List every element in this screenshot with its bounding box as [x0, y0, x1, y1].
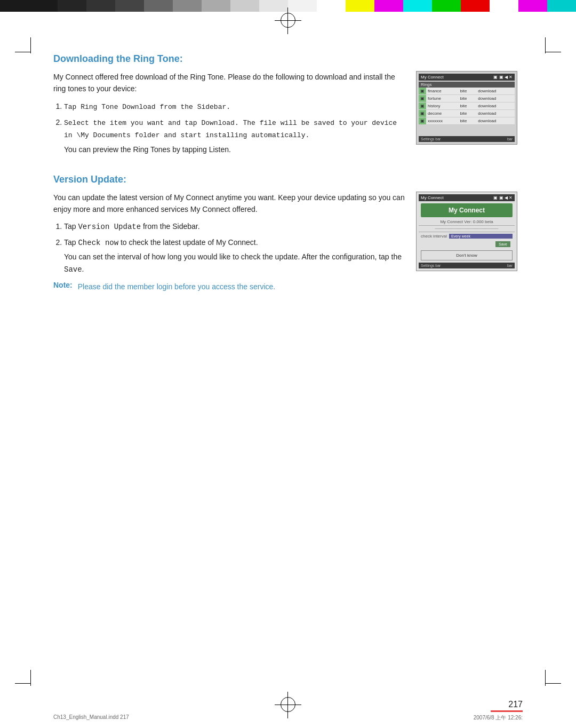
row-download: download: [476, 88, 515, 95]
section1-steps: Tap Ring Tone Download from the Sidebar.…: [64, 100, 405, 156]
mock-header-1: My Connect ▣ ▣ ◀ ✕: [419, 74, 515, 81]
crop-mark: [545, 37, 546, 53]
row-name: xxxxxxx: [426, 117, 459, 125]
note-block: Note: Please did the member login before…: [53, 281, 405, 292]
color-segment: [115, 0, 144, 12]
mock-device-2: My Connect ▣ ▣ ◀ ✕ My Connect My Connect…: [416, 192, 517, 293]
row-size: bite: [459, 117, 477, 125]
footer-right: 2007/6/8 上午 12:26:: [474, 714, 523, 722]
crop-mark: [15, 683, 31, 684]
footer-right-2: bar: [507, 264, 513, 267]
row-size: bite: [459, 102, 477, 110]
section2-intro: You can update the latest version of My …: [53, 192, 405, 216]
color-segment: [317, 0, 346, 12]
mock-connect-button: My Connect: [421, 203, 513, 217]
mock-title-bar: ─────────────────────: [419, 225, 515, 232]
section1-heading: Downloading the Ring Tone:: [53, 53, 517, 65]
color-segment: [518, 0, 547, 12]
step2-text: Tap Check now to check the latest update…: [64, 238, 258, 247]
mock-check-row: check interval Every week: [421, 234, 513, 239]
row-icon: ▣: [419, 95, 426, 102]
registration-mark-circle: [281, 697, 295, 712]
row-download: download: [476, 117, 515, 125]
section1-intro: My Connect offered free download of the …: [53, 71, 405, 95]
table-row: ▣ finance bite download: [419, 88, 515, 95]
step2-extra: You can preview the Ring Tones by tappin…: [53, 144, 405, 155]
table-row: ▣ history bite download: [419, 102, 515, 110]
color-segment: [0, 0, 58, 12]
color-segment: [403, 0, 432, 12]
crop-mark: [30, 37, 31, 53]
footer-left: Settings bar: [421, 137, 441, 141]
mock-table: ▣ finance bite download ▣ fortune bite d…: [419, 88, 515, 125]
mock-icons-2: ▣ ▣ ◀ ✕: [493, 195, 513, 200]
crop-mark: [15, 52, 31, 52]
table-row: ▣ xxxxxxx bite download: [419, 117, 515, 125]
section-version-update: Version Update: You can update the lates…: [53, 174, 517, 293]
crop-mark: [545, 670, 546, 686]
step-item: Tap Check now to check the latest update…: [64, 236, 405, 275]
mock-dropdown: Every week: [449, 234, 513, 239]
mock-save-button: Save: [495, 241, 510, 247]
section1-text: My Connect offered free download of the …: [53, 71, 405, 161]
row-name: history: [426, 102, 459, 110]
mock-title-text: My Connect: [421, 75, 444, 80]
section2-content: You can update the latest version of My …: [53, 192, 517, 293]
crop-mark: [545, 52, 561, 52]
step1-text: Tap Version Update from the Sidebar.: [64, 222, 200, 231]
step-item: Select the item you want and tap Downloa…: [64, 116, 405, 156]
row-download: download: [476, 102, 515, 110]
color-segment: [346, 0, 374, 12]
color-bar: [0, 0, 576, 12]
step2-text: Select the item you want and tap Downloa…: [64, 119, 397, 140]
section2-steps: Tap Version Update from the Sidebar. Tap…: [64, 220, 405, 275]
color-segment: [490, 0, 518, 12]
crop-mark: [30, 670, 31, 686]
color-segment: [259, 0, 288, 12]
row-size: bite: [459, 88, 477, 95]
mock-footer-2: Settings bar bar: [419, 263, 515, 268]
section1-content: My Connect offered free download of the …: [53, 71, 517, 161]
row-icon: ▣: [419, 102, 426, 110]
mock-icons: ▣ ▣ ◀ ✕: [493, 75, 513, 80]
color-segment: [374, 0, 403, 12]
step2-extra: You can set the interval of how long you…: [53, 251, 405, 275]
section2-text: You can update the latest version of My …: [53, 192, 405, 293]
color-segment: [288, 0, 317, 12]
row-size: bite: [459, 110, 477, 117]
color-segment: [230, 0, 259, 12]
row-download: download: [476, 95, 515, 102]
row-name: decone: [426, 110, 459, 117]
footer-info: Ch13_English_Manual.indd 217 2007/6/8 上午…: [53, 714, 523, 722]
mock-device-1: My Connect ▣ ▣ ◀ ✕ Rings ▣ finance bite …: [416, 71, 517, 161]
color-segment: [547, 0, 576, 12]
row-icon: ▣: [419, 117, 426, 125]
mock-section-title: Rings: [419, 82, 515, 88]
color-segment: [202, 0, 230, 12]
row-name: fortune: [426, 95, 459, 102]
step1-text: Tap Ring Tone Download from the Sidebar.: [64, 103, 230, 111]
color-segment: [144, 0, 173, 12]
mock-dont-button: Don't know: [421, 250, 513, 260]
color-segment: [432, 0, 461, 12]
mock-device-screenshot-1: My Connect ▣ ▣ ◀ ✕ Rings ▣ finance bite …: [416, 71, 517, 145]
section-downloading: Downloading the Ring Tone: My Connect of…: [53, 53, 517, 161]
color-segment: [86, 0, 115, 12]
mock-check-label: check interval: [421, 234, 447, 239]
row-icon: ▣: [419, 110, 426, 117]
mock-footer-1: Settings bar bar: [419, 136, 515, 142]
page-number-area: 217: [491, 700, 523, 712]
main-content: Downloading the Ring Tone: My Connect of…: [53, 53, 517, 675]
footer-right: bar: [507, 137, 513, 141]
step-item: Tap Version Update from the Sidebar.: [64, 220, 405, 233]
footer-left: Ch13_English_Manual.indd 217: [53, 714, 129, 722]
step-item: Tap Ring Tone Download from the Sidebar.: [64, 100, 405, 113]
page-number: 217: [491, 700, 523, 709]
page-number-line: [491, 710, 523, 712]
mock-version-text: My Connect Ver: 0.000 beta: [421, 219, 513, 224]
row-name: finance: [426, 88, 459, 95]
mock-header-2: My Connect ▣ ▣ ◀ ✕: [419, 194, 515, 201]
row-size: bite: [459, 95, 477, 102]
registration-mark-circle: [281, 13, 295, 28]
table-row: ▣ decone bite download: [419, 110, 515, 117]
